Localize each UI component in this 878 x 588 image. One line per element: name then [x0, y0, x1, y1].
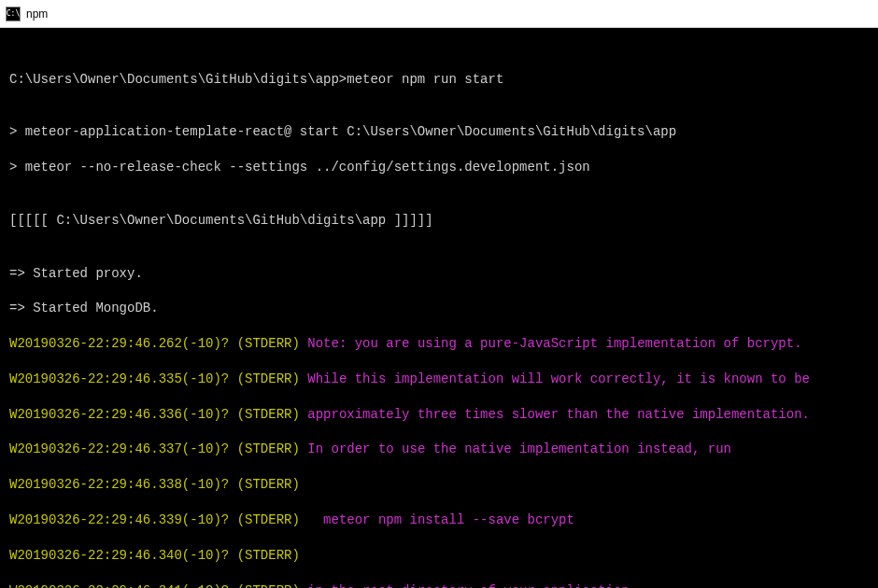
- log-message: In order to use the native implementatio…: [300, 441, 731, 456]
- stderr-line: W20190326-22:29:46.335(-10)? (STDERR) Wh…: [9, 371, 869, 388]
- stderr-label: (STDERR): [229, 512, 300, 527]
- log-timestamp: W20190326-22:29:46.341(-10)?: [9, 583, 229, 588]
- log-timestamp: W20190326-22:29:46.262(-10)?: [9, 336, 229, 351]
- log-message: in the root directory of your applicatio…: [300, 583, 637, 588]
- window-title: npm: [26, 7, 48, 21]
- prompt-line: C:\Users\Owner\Documents\GitHub\digits\a…: [9, 71, 869, 89]
- log-timestamp: W20190326-22:29:46.340(-10)?: [9, 548, 229, 563]
- npm-script-line: > meteor --no-release-check --settings .…: [9, 159, 869, 176]
- log-message: Note: you are using a pure-JavaScript im…: [300, 336, 802, 351]
- log-timestamp: W20190326-22:29:46.335(-10)?: [9, 371, 229, 386]
- cmd-icon-text: C:\: [7, 10, 20, 18]
- stderr-line: W20190326-22:29:46.262(-10)? (STDERR) No…: [9, 335, 869, 353]
- stderr-label: (STDERR): [229, 548, 300, 563]
- status-line: => Started MongoDB.: [9, 300, 869, 317]
- stderr-label: (STDERR): [229, 336, 300, 351]
- stderr-line: W20190326-22:29:46.338(-10)? (STDERR): [9, 476, 869, 494]
- log-timestamp: W20190326-22:29:46.337(-10)?: [9, 441, 229, 456]
- log-timestamp: W20190326-22:29:46.339(-10)?: [9, 512, 229, 527]
- cmd-icon: C:\: [6, 7, 21, 21]
- log-timestamp: W20190326-22:29:46.338(-10)?: [9, 477, 229, 492]
- npm-script-line: > meteor-application-template-react@ sta…: [9, 123, 869, 141]
- stderr-line: W20190326-22:29:46.340(-10)? (STDERR): [9, 547, 869, 565]
- status-line: => Started proxy.: [9, 265, 869, 283]
- stderr-line: W20190326-22:29:46.341(-10)? (STDERR) in…: [9, 582, 869, 588]
- log-message: meteor npm install --save bcrypt: [300, 512, 574, 527]
- stderr-label: (STDERR): [229, 583, 300, 588]
- stderr-line: W20190326-22:29:46.337(-10)? (STDERR) In…: [9, 441, 869, 458]
- log-timestamp: W20190326-22:29:46.336(-10)?: [9, 407, 229, 422]
- log-message: While this implementation will work corr…: [300, 371, 810, 386]
- stderr-label: (STDERR): [229, 441, 300, 456]
- stderr-line: W20190326-22:29:46.336(-10)? (STDERR) ap…: [9, 406, 869, 424]
- stderr-label: (STDERR): [229, 371, 300, 386]
- stderr-label: (STDERR): [229, 407, 300, 422]
- terminal-output[interactable]: C:\Users\Owner\Documents\GitHub\digits\a…: [0, 28, 878, 588]
- stderr-line: W20190326-22:29:46.339(-10)? (STDERR) me…: [9, 511, 869, 529]
- meteor-banner: [[[[[ C:\Users\Owner\Documents\GitHub\di…: [9, 212, 869, 230]
- window-titlebar: C:\ npm: [0, 0, 878, 28]
- log-message: approximately three times slower than th…: [300, 407, 810, 422]
- stderr-label: (STDERR): [229, 477, 300, 492]
